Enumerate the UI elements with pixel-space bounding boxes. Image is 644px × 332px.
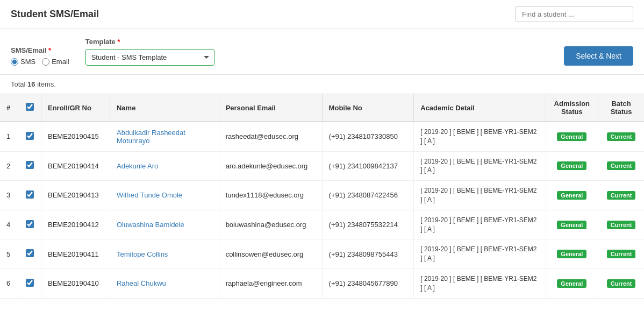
cell-mobile: (+91) 2348087422456: [322, 181, 414, 210]
cell-batch: Current: [598, 181, 644, 210]
cell-num: 2: [0, 151, 18, 181]
cell-academic: [ 2019-20 ] [ BEME ] [ BEME-YR1-SEM2 ] […: [414, 210, 546, 239]
th-name: Name: [110, 94, 219, 122]
cell-batch: Current: [598, 151, 644, 181]
cell-name[interactable]: Oluwashina Bamidele: [110, 210, 219, 239]
table-row: 2 BEME20190414 Adekunle Aro aro.adekunle…: [0, 151, 644, 181]
cell-num: 5: [0, 239, 18, 269]
cell-check[interactable]: [18, 239, 41, 269]
table-header-row: # Enroll/GR No Name Personal Email Mobil…: [0, 94, 644, 122]
cell-batch: Current: [598, 122, 644, 151]
student-link[interactable]: Oluwashina Bamidele: [117, 221, 184, 229]
cell-check[interactable]: [18, 269, 41, 298]
batch-badge: Current: [607, 279, 636, 288]
cell-check[interactable]: [18, 210, 41, 239]
admission-badge: General: [557, 161, 586, 170]
cell-enroll: BEME20190411: [41, 239, 110, 269]
row-checkbox[interactable]: [26, 279, 34, 287]
cell-email: raphaela@engineer.com: [219, 269, 322, 298]
academic-text: [ 2019-20 ] [ BEME ] [ BEME-YR1-SEM2 ] […: [420, 187, 536, 203]
select-next-button[interactable]: Select & Next: [564, 46, 633, 66]
student-link[interactable]: Adekunle Aro: [117, 162, 158, 170]
cell-num: 6: [0, 269, 18, 298]
academic-text: [ 2019-20 ] [ BEME ] [ BEME-YR1-SEM2 ] […: [420, 245, 536, 262]
sms-radio[interactable]: [11, 58, 18, 66]
cell-name[interactable]: Abdulkadir Rasheedat Motunrayo: [110, 122, 219, 151]
cell-name[interactable]: Wilfred Tunde Omole: [110, 181, 219, 210]
row-checkbox[interactable]: [26, 132, 34, 140]
email-radio-label[interactable]: Email: [42, 58, 69, 66]
radio-group: SMS Email: [11, 58, 69, 66]
cell-mobile: (+91) 2348107330850: [322, 122, 414, 151]
select-all-checkbox[interactable]: [26, 103, 34, 111]
cell-check[interactable]: [18, 151, 41, 181]
th-num: #: [0, 94, 18, 122]
row-checkbox[interactable]: [26, 190, 34, 199]
academic-text: [ 2019-20 ] [ BEME ] [ BEME-YR1-SEM2 ] […: [420, 216, 536, 233]
row-checkbox[interactable]: [26, 161, 34, 169]
cell-admission: General: [546, 269, 598, 298]
cell-batch: Current: [598, 210, 644, 239]
academic-text: [ 2019-20 ] [ BEME ] [ BEME-YR1-SEM2 ] […: [420, 275, 536, 292]
cell-mobile: (+91) 2348045677890: [322, 269, 414, 298]
cell-num: 4: [0, 210, 18, 239]
cell-admission: General: [546, 151, 598, 181]
cell-admission: General: [546, 239, 598, 269]
cell-email: rasheedat@edusec.org: [219, 122, 322, 151]
controls-bar: SMS/Email * SMS Email Template *: [0, 29, 644, 75]
row-checkbox[interactable]: [26, 220, 34, 228]
cell-enroll: BEME20190410: [41, 269, 110, 298]
students-table: # Enroll/GR No Name Personal Email Mobil…: [0, 94, 644, 299]
row-checkbox[interactable]: [26, 249, 34, 257]
cell-email: aro.adekunle@edusec.org: [219, 151, 322, 181]
cell-num: 3: [0, 181, 18, 210]
th-check[interactable]: [18, 94, 41, 122]
academic-text: [ 2019-20 ] [ BEME ] [ BEME-YR1-SEM2 ] […: [420, 158, 536, 174]
th-email: Personal Email: [219, 94, 322, 122]
student-link[interactable]: Temitope Collins: [117, 250, 168, 258]
student-link[interactable]: Wilfred Tunde Omole: [117, 191, 182, 199]
sms-radio-label[interactable]: SMS: [11, 58, 35, 66]
cell-name[interactable]: Adekunle Aro: [110, 151, 219, 181]
cell-mobile: (+91) 2348075532214: [322, 210, 414, 239]
table-row: 4 BEME20190412 Oluwashina Bamidele boluw…: [0, 210, 644, 239]
table-body: 1 BEME20190415 Abdulkadir Rasheedat Motu…: [0, 122, 644, 298]
search-input[interactable]: [515, 6, 633, 22]
page-title: Student SMS/Email: [11, 9, 99, 20]
th-mobile: Mobile No: [322, 94, 414, 122]
batch-badge: Current: [607, 221, 636, 229]
th-batch: BatchStatus: [598, 94, 644, 122]
student-link[interactable]: Raheal Chukwu: [117, 279, 166, 287]
cell-name[interactable]: Raheal Chukwu: [110, 269, 219, 298]
cell-academic: [ 2019-20 ] [ BEME ] [ BEME-YR1-SEM2 ] […: [414, 151, 546, 181]
header-bar: Student SMS/Email: [0, 0, 644, 29]
cell-admission: General: [546, 210, 598, 239]
table-row: 5 BEME20190411 Temitope Collins collinso…: [0, 239, 644, 269]
admission-badge: General: [557, 221, 586, 229]
template-select[interactable]: Student - SMS Template: [85, 49, 214, 66]
cell-email: boluwashina@edusec.org: [219, 210, 322, 239]
cell-check[interactable]: [18, 122, 41, 151]
cell-enroll: BEME20190413: [41, 181, 110, 210]
cell-check[interactable]: [18, 181, 41, 210]
student-link[interactable]: Abdulkadir Rasheedat Motunrayo: [117, 129, 185, 145]
batch-badge: Current: [607, 191, 636, 200]
cell-admission: General: [546, 181, 598, 210]
cell-academic: [ 2019-20 ] [ BEME ] [ BEME-YR1-SEM2 ] […: [414, 181, 546, 210]
cell-enroll: BEME20190415: [41, 122, 110, 151]
admission-badge: General: [557, 279, 586, 288]
table-row: 3 BEME20190413 Wilfred Tunde Omole tunde…: [0, 181, 644, 210]
cell-mobile: (+91) 2348098755443: [322, 239, 414, 269]
cell-academic: [ 2019-20 ] [ BEME ] [ BEME-YR1-SEM2 ] […: [414, 239, 546, 269]
table-row: 6 BEME20190410 Raheal Chukwu raphaela@en…: [0, 269, 644, 298]
required-star-sms: *: [48, 46, 51, 54]
email-label: Email: [52, 58, 69, 66]
cell-enroll: BEME20190414: [41, 151, 110, 181]
cell-name[interactable]: Temitope Collins: [110, 239, 219, 269]
cell-batch: Current: [598, 269, 644, 298]
cell-email: tundex1118@edusec.org: [219, 181, 322, 210]
email-radio[interactable]: [42, 58, 49, 66]
th-academic: Academic Detail: [414, 94, 546, 122]
required-star-template: *: [117, 38, 120, 46]
th-enroll: Enroll/GR No: [41, 94, 110, 122]
